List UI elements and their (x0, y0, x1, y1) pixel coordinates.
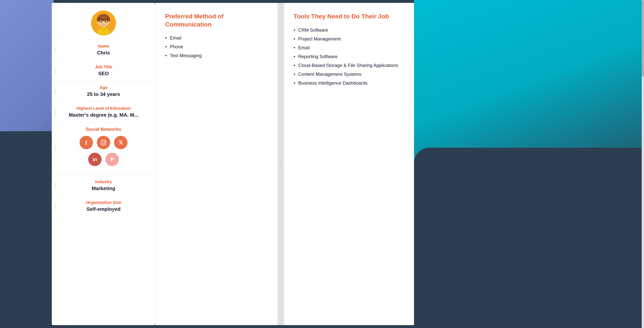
svg-point-5 (99, 14, 108, 19)
row-dots (55, 47, 56, 52)
age-value: 25 to 34 years (87, 91, 120, 97)
row-dots-4 (55, 110, 56, 114)
svg-point-17 (105, 141, 106, 141)
pinterest-icon[interactable]: P (106, 153, 119, 166)
social-icons-row-2: in P (88, 153, 119, 166)
svg-point-16 (102, 141, 105, 144)
scrollbar-thumb[interactable] (642, 0, 644, 77)
org-size-value: Self-employed (86, 206, 120, 212)
facebook-icon[interactable]: f (80, 136, 93, 149)
tool-bi-dashboards: Business Intelligence Dashboards (294, 80, 404, 86)
svg-point-10 (102, 21, 102, 22)
scrollbar[interactable] (642, 0, 644, 328)
avatar-section (52, 3, 155, 40)
job-title-label: Job Title (95, 65, 112, 70)
profile-industry-row: Industry Marketing (52, 175, 155, 196)
comm-method-email: Email (165, 35, 268, 41)
avatar (91, 11, 116, 36)
tool-reporting: Reporting Software (294, 54, 404, 59)
social-networks-label: Social Networks (86, 127, 121, 132)
svg-point-12 (103, 23, 104, 24)
twitter-icon[interactable]: 𝕏 (114, 136, 128, 149)
industry-label: Industry (95, 179, 112, 184)
communication-methods-list: Email Phone Text Messaging (165, 35, 268, 62)
social-icons-row-1: f 𝕏 (80, 136, 128, 149)
tool-email: Email (294, 45, 404, 51)
row-dots-2 (55, 68, 56, 73)
tool-cloud-storage: Cloud-Based Storage & File Sharing Appli… (294, 63, 404, 68)
job-title-value: SEO (98, 71, 109, 77)
profile-org-size-row: Organization Size Self-employed (52, 196, 155, 217)
social-section: Social Networks f 𝕏 in P (52, 122, 155, 175)
divider-dots (280, 162, 281, 167)
svg-point-14 (108, 21, 110, 24)
instagram-icon[interactable] (97, 136, 110, 149)
org-size-label: Organization Size (86, 200, 121, 205)
communication-title: Preferred Method of Communication (165, 13, 268, 28)
education-label: Highest Level of Education (76, 106, 130, 111)
profile-jobtitle-row: Job Title SEO (52, 60, 155, 81)
row-dots-7 (55, 204, 56, 208)
comm-method-phone: Phone (165, 44, 268, 50)
tool-project-mgmt: Project Management (294, 36, 404, 42)
row-dots-5 (55, 146, 56, 151)
tools-list: CRM Software Project Management Email Re… (294, 28, 404, 89)
cards-container: Name Chris Job Title SEO Age 25 to 34 ye… (52, 3, 414, 325)
name-value: Chris (97, 50, 110, 56)
card-divider (278, 3, 284, 325)
profile-age-row: Age 25 to 34 years (52, 81, 155, 102)
tool-crm: CRM Software (294, 28, 404, 33)
svg-point-13 (97, 21, 99, 24)
profile-name-row: Name Chris (52, 40, 155, 60)
industry-value: Marketing (92, 185, 116, 191)
svg-point-11 (106, 21, 106, 22)
linkedin-icon[interactable]: in (88, 153, 102, 166)
row-dots-6 (55, 183, 56, 188)
profile-education-row: Highest Level of Education Master's degr… (52, 102, 155, 122)
profile-card: Name Chris Job Title SEO Age 25 to 34 ye… (52, 3, 155, 325)
background-right-wave (414, 148, 644, 328)
tool-cms: Content Management Systems (294, 72, 404, 77)
name-label: Name (98, 44, 109, 49)
age-label: Age (100, 85, 108, 90)
comm-method-text: Text Messaging (165, 53, 268, 58)
education-value: Master's degree (e.g. MA, M... (68, 112, 138, 118)
tools-card: Tools They Need to Do Their Job CRM Soft… (284, 3, 414, 325)
tools-title: Tools They Need to Do Their Job (294, 13, 404, 21)
communication-card: Preferred Method of Communication Email … (155, 3, 278, 325)
row-dots-3 (55, 89, 56, 94)
